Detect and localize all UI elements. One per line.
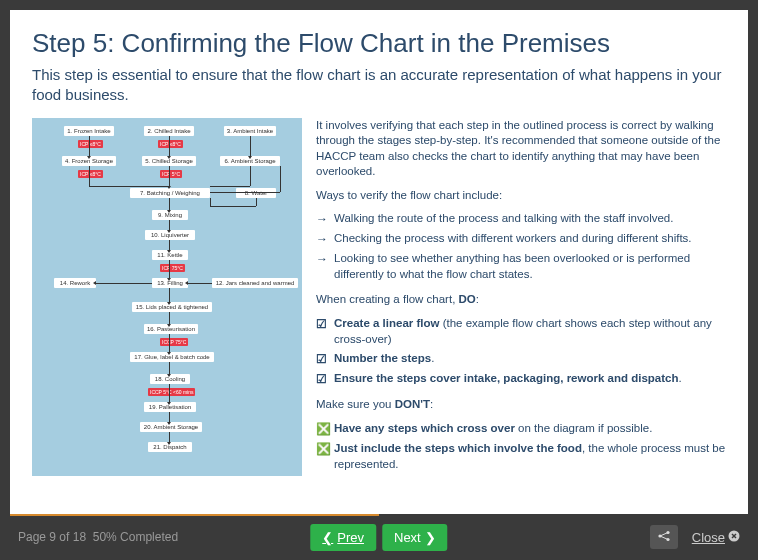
flowchart-connector <box>250 166 251 186</box>
footer-bar: Page 9 of 18 50% Completed ❮ Prev Next ❯… <box>0 514 758 560</box>
do-list: ☑Create a linear flow (the example flow … <box>316 316 726 397</box>
do-heading-bold: DO <box>459 293 476 305</box>
do-item-text: Number the steps. <box>334 351 434 367</box>
close-button[interactable]: Close <box>692 530 740 545</box>
flowchart-diagram: 1. Frozen Intake2. Chilled Intake3. Ambi… <box>32 118 302 476</box>
flowchart-connector <box>169 432 170 442</box>
page-number: Page 9 of 18 <box>18 530 86 544</box>
flowchart-box: 1. Frozen Intake <box>64 126 114 136</box>
progress-indicator <box>10 514 379 516</box>
flowchart-connector <box>250 136 251 156</box>
flowchart-box: 2. Chilled Intake <box>144 126 194 136</box>
close-label: Close <box>692 530 725 545</box>
share-button[interactable] <box>650 525 678 549</box>
svg-line-3 <box>660 532 668 536</box>
verify-heading: Ways to verify the flow chart include: <box>316 188 726 204</box>
intro-paragraph: It involves verifying that each step in … <box>316 118 726 180</box>
next-button[interactable]: Next ❯ <box>382 524 448 551</box>
arrow-right-icon: → <box>316 231 328 247</box>
flowchart-box: 20. Ambient Storage <box>140 422 202 432</box>
flowchart-badge: ICP 75°C <box>160 264 185 272</box>
flowchart-connector <box>169 166 170 186</box>
flowchart-badge: ICP ≤8°C <box>158 140 183 148</box>
flowchart-connector <box>169 334 170 352</box>
flowchart-connector <box>210 192 280 193</box>
arrow-right-icon: → <box>316 211 328 227</box>
flowchart-connector <box>169 412 170 422</box>
verify-item-text: Looking to see whether anything has been… <box>334 251 726 282</box>
flowchart-connector <box>169 220 170 230</box>
flowchart-connector <box>210 186 250 187</box>
flowchart-badge: ICP ≤8°C <box>78 140 103 148</box>
page-subtitle: This step is essential to ensure that th… <box>32 65 726 106</box>
do-heading: When creating a flow chart, DO: <box>316 292 726 308</box>
share-icon <box>657 530 671 545</box>
do-heading-pre: When creating a flow chart, <box>316 293 459 305</box>
x-circle-icon: ❎ <box>316 421 328 437</box>
flowchart-connector <box>169 312 170 324</box>
flowchart-badge: ICCP 75°C <box>160 338 188 346</box>
verify-item: →Looking to see whether anything has bee… <box>316 251 726 282</box>
check-icon: ☑ <box>316 371 328 387</box>
flowchart-connector <box>210 206 256 207</box>
close-icon <box>728 530 740 545</box>
prev-label: Prev <box>337 530 364 545</box>
flowchart-box: 8. Water <box>236 188 276 198</box>
do-item-text: Create a linear flow (the example flow c… <box>334 316 726 347</box>
flowchart-box: 7. Batching / Weighing <box>130 188 210 198</box>
flowchart-connector <box>280 166 281 192</box>
progress-text: 50% Completed <box>93 530 178 544</box>
nav-buttons: ❮ Prev Next ❯ <box>310 524 447 551</box>
verify-item: →Walking the route of the process and ta… <box>316 211 726 227</box>
dont-item-text: Have any steps which cross over on the d… <box>334 421 652 437</box>
dont-heading: Make sure you DON'T: <box>316 397 726 413</box>
flowchart-box: 16. Pasteurisation <box>144 324 198 334</box>
flowchart-connector <box>89 136 90 156</box>
flowchart-box: 12. Jars cleaned and warmed <box>212 278 298 288</box>
flowchart-badge: ICCP 5°C <60 mins <box>148 388 195 396</box>
check-icon: ☑ <box>316 351 328 367</box>
flowchart-connector <box>188 283 212 284</box>
x-circle-icon: ❎ <box>316 441 328 472</box>
flowchart-connector <box>210 198 211 206</box>
dont-heading-bold: DON'T <box>395 398 430 410</box>
verify-item-text: Walking the route of the process and tal… <box>334 211 673 227</box>
flowchart-connector <box>169 136 170 156</box>
flowchart-box: 14. Rework <box>54 278 96 288</box>
verify-item: →Checking the process with different wor… <box>316 231 726 247</box>
verify-list: →Walking the route of the process and ta… <box>316 211 726 292</box>
footer-right: Close <box>650 525 740 549</box>
flowchart-box: 3. Ambient Intake <box>224 126 276 136</box>
flowchart-connector <box>256 198 257 206</box>
do-item: ☑Create a linear flow (the example flow … <box>316 316 726 347</box>
dont-item: ❎Have any steps which cross over on the … <box>316 421 726 437</box>
dont-item: ❎Just include the steps which involve th… <box>316 441 726 472</box>
verify-item-text: Checking the process with different work… <box>334 231 692 247</box>
flowchart-connector <box>169 240 170 250</box>
flowchart-connector <box>169 384 170 402</box>
dont-item-text: Just include the steps which involve the… <box>334 441 726 472</box>
chevron-right-icon: ❯ <box>425 530 436 545</box>
flowchart-connector <box>169 260 170 278</box>
flowchart-badge: ICP 5°C <box>160 170 182 178</box>
text-column: It involves verifying that each step in … <box>316 118 726 477</box>
do-item: ☑Ensure the steps cover intake, packagin… <box>316 371 726 387</box>
flowchart-box: 15. Lids placed & tightened <box>132 302 212 312</box>
svg-line-4 <box>660 536 668 540</box>
chevron-left-icon: ❮ <box>322 530 333 545</box>
flowchart-badge: ICP ≤8°C <box>78 170 103 178</box>
dont-list: ❎Have any steps which cross over on the … <box>316 421 726 472</box>
flowchart-connector <box>169 362 170 374</box>
prev-button[interactable]: ❮ Prev <box>310 524 376 551</box>
page-title: Step 5: Confirming the Flow Chart in the… <box>32 28 726 59</box>
flowchart-connector <box>89 186 169 187</box>
flowchart-box: 17. Glue, label & batch code <box>130 352 214 362</box>
do-item-text: Ensure the steps cover intake, packaging… <box>334 371 682 387</box>
content-area: Step 5: Confirming the Flow Chart in the… <box>10 10 748 514</box>
next-label: Next <box>394 530 421 545</box>
do-item: ☑Number the steps. <box>316 351 726 367</box>
dont-heading-pre: Make sure you <box>316 398 395 410</box>
flowchart-connector <box>89 166 90 186</box>
check-icon: ☑ <box>316 316 328 347</box>
flowchart-connector <box>169 288 170 302</box>
